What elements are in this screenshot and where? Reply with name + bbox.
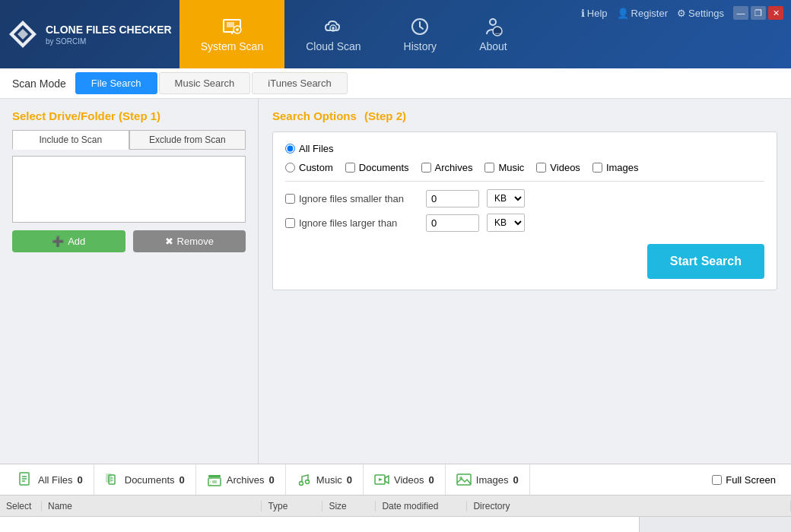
nav-cloud-scan[interactable]: Cloud Scan	[284, 0, 382, 68]
images-checkbox-label[interactable]: Images	[592, 162, 639, 173]
system-scan-icon	[221, 16, 243, 37]
larger-than-checkbox-label[interactable]: Ignore files larger than	[285, 217, 418, 229]
videos-checkbox[interactable]	[536, 163, 546, 173]
right-panel: Search Options (Step 2) All Files Custom	[259, 99, 791, 464]
results-tabs: All Files 0 Documents 0 Archives 0 Music	[0, 464, 791, 496]
svg-point-31	[305, 480, 309, 484]
th-directory: Directory	[467, 501, 791, 511]
th-size: Size	[322, 501, 376, 511]
result-tab-archives[interactable]: Archives 0	[196, 464, 286, 495]
scan-mode-label: Scan Mode	[12, 78, 66, 90]
fullscreen-button[interactable]: Full Screen	[704, 474, 783, 486]
archives-icon	[207, 472, 222, 487]
documents-checkbox-label[interactable]: Documents	[345, 162, 409, 173]
nav-history[interactable]: History	[383, 0, 459, 68]
nav-cloud-scan-label: Cloud Scan	[306, 40, 361, 52]
tab-file-search[interactable]: File Search	[75, 72, 157, 94]
custom-radio[interactable]	[285, 163, 295, 173]
images-checkbox[interactable]	[592, 163, 602, 173]
result-tab-images[interactable]: Images 0	[446, 464, 530, 495]
archives-checkbox-label[interactable]: Archives	[421, 162, 473, 173]
music-checkbox-label[interactable]: Music	[484, 162, 524, 173]
drive-action-buttons: ➕ Add ✖ Remove	[12, 230, 246, 252]
help-link[interactable]: ℹ Help	[581, 8, 608, 19]
settings-link[interactable]: ⚙ Settings	[677, 8, 724, 19]
include-scan-tab[interactable]: Include to Scan	[12, 130, 129, 150]
smaller-than-unit[interactable]: KBMBGB	[487, 189, 525, 207]
all-files-radio[interactable]	[285, 144, 295, 154]
smaller-than-checkbox[interactable]	[285, 194, 295, 204]
tab-itunes-search[interactable]: iTunes Search	[252, 72, 347, 94]
results-table: Select Name Type Size Date modified Dire…	[0, 496, 791, 532]
smaller-than-row: Ignore files smaller than KBMBGB	[285, 189, 764, 207]
larger-than-row: Ignore files larger than KBMBGB	[285, 214, 764, 232]
larger-than-checkbox[interactable]	[285, 218, 295, 228]
svg-rect-4	[227, 22, 234, 27]
info-icon: ℹ	[581, 8, 585, 19]
start-search-button[interactable]: Start Search	[647, 244, 764, 279]
remove-button[interactable]: ✖ Remove	[133, 230, 246, 252]
maximize-button[interactable]: ❐	[751, 6, 766, 20]
nav-about[interactable]: ... About	[458, 0, 529, 68]
search-options-box: All Files Custom Documents Archives	[272, 131, 777, 290]
table-body-main	[0, 517, 639, 532]
videos-checkbox-label[interactable]: Videos	[536, 162, 580, 173]
minimize-button[interactable]: —	[733, 6, 748, 20]
app-logo-icon	[8, 19, 38, 49]
nav-utilities: ℹ Help 👤 Register ⚙ Settings — ❐ ✕	[581, 6, 783, 20]
result-tab-all-files[interactable]: All Files 0	[8, 464, 94, 495]
main-content: Select Drive/Folder (Step 1) Include to …	[0, 99, 791, 464]
svg-rect-26	[208, 475, 221, 477]
svg-marker-34	[379, 478, 383, 481]
smaller-than-checkbox-label[interactable]: Ignore files smaller than	[285, 193, 418, 204]
larger-than-value[interactable]	[426, 214, 479, 232]
th-name: Name	[42, 501, 262, 511]
smaller-than-value[interactable]	[426, 190, 479, 207]
title-bar: CLONE FILES CHECKER by SORCIM System Sca…	[0, 0, 791, 68]
logo-area: CLONE FILES CHECKER by SORCIM	[8, 19, 172, 49]
scan-mode-bar: Scan Mode File Search Music Search iTune…	[0, 68, 791, 99]
all-files-radio-label[interactable]: All Files	[285, 143, 334, 154]
th-date: Date modified	[376, 501, 467, 511]
archives-checkbox[interactable]	[421, 163, 431, 173]
th-select: Select	[0, 501, 42, 511]
fullscreen-checkbox[interactable]	[712, 475, 722, 485]
file-type-radio-row: All Files	[285, 143, 764, 154]
nav-system-scan[interactable]: System Scan	[179, 0, 284, 68]
result-tab-music[interactable]: Music 0	[286, 464, 364, 495]
nav-history-label: History	[404, 40, 437, 52]
cloud-scan-icon	[322, 16, 344, 37]
music-icon	[297, 472, 312, 487]
tab-music-search[interactable]: Music Search	[159, 72, 251, 94]
all-files-icon	[18, 472, 33, 487]
app-subtitle: by SORCIM	[46, 37, 172, 46]
result-tab-videos[interactable]: Videos 0	[364, 464, 446, 495]
plus-icon: ➕	[52, 236, 64, 247]
history-icon	[409, 16, 430, 37]
about-icon: ...	[482, 16, 504, 37]
music-checkbox[interactable]	[484, 163, 494, 173]
result-tab-documents[interactable]: Documents 0	[94, 464, 196, 495]
images-icon	[456, 472, 472, 487]
app-name: CLONE FILES CHECKER	[46, 23, 172, 36]
user-icon: 👤	[617, 8, 629, 19]
documents-checkbox[interactable]	[345, 163, 355, 173]
th-type: Type	[262, 501, 322, 511]
svg-point-14	[490, 19, 496, 25]
exclude-scan-tab[interactable]: Exclude from Scan	[129, 130, 246, 150]
close-button[interactable]: ✕	[768, 6, 783, 20]
custom-radio-label[interactable]: Custom	[285, 162, 333, 173]
register-link[interactable]: 👤 Register	[617, 8, 668, 19]
nav-about-label: About	[479, 40, 507, 52]
larger-than-unit[interactable]: KBMBGB	[487, 214, 525, 232]
drive-tabs: Include to Scan Exclude from Scan	[12, 130, 246, 150]
drive-list	[12, 156, 246, 223]
search-options-title: Search Options (Step 2)	[272, 109, 777, 122]
svg-text:...: ...	[495, 28, 501, 36]
table-body-sidebar	[639, 517, 791, 532]
svg-rect-28	[212, 480, 217, 483]
file-type-checkbox-row: Custom Documents Archives Music Videos	[285, 162, 764, 173]
nav-system-scan-label: System Scan	[201, 40, 263, 52]
table-body	[0, 517, 791, 532]
add-button[interactable]: ➕ Add	[12, 230, 125, 252]
